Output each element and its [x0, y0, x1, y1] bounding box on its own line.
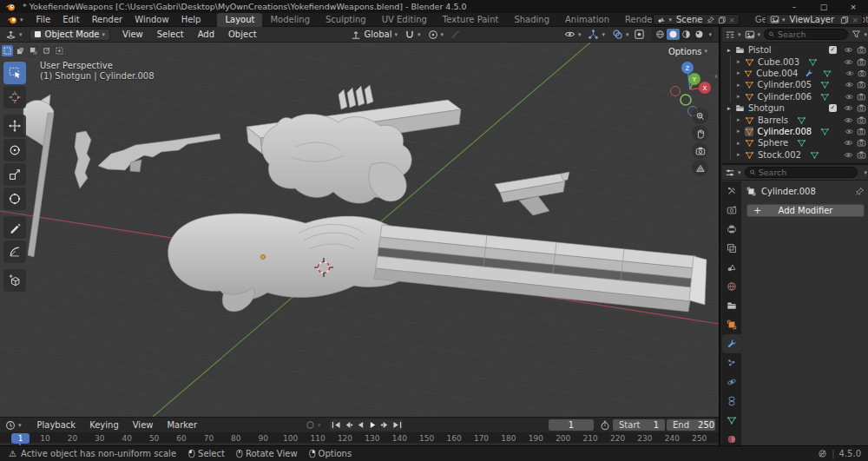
breadcrumb-object-name[interactable]: Cylinder.008 [761, 187, 816, 196]
tab-constraints[interactable] [722, 392, 741, 411]
snap-toggle[interactable]: ▾ [401, 27, 424, 43]
transform-orientation-dropdown[interactable]: Global ▾ [347, 27, 401, 43]
select-mode-extend[interactable] [15, 45, 26, 56]
current-frame-field[interactable]: 1 [549, 419, 594, 431]
outliner-item-label[interactable]: Shotgun [748, 103, 785, 113]
outliner-search-input[interactable] [778, 30, 845, 39]
disable-in-renders-camera-icon[interactable] [857, 92, 866, 102]
toggle-perspective-button[interactable] [692, 160, 708, 176]
timeline-menu-item[interactable]: View [126, 420, 161, 430]
outliner-item-label[interactable]: Barrels [758, 115, 788, 125]
hide-in-viewport-eye-icon[interactable] [844, 115, 853, 125]
viewport-menu-item[interactable]: Object [221, 30, 264, 39]
proportional-editing-toggle[interactable]: ▾ [424, 27, 448, 43]
disable-in-renders-camera-icon[interactable] [857, 138, 866, 148]
playhead[interactable]: 1 [11, 433, 30, 444]
shading-rendered-button[interactable] [693, 29, 706, 40]
transform-tool[interactable] [3, 188, 26, 210]
hide-in-viewport-eye-icon[interactable] [844, 150, 853, 160]
remove-view-layer-icon[interactable]: × [852, 16, 858, 24]
tab-scene[interactable] [722, 258, 741, 277]
shading-solid-button[interactable] [667, 29, 680, 40]
editor-outliner-icon[interactable] [725, 30, 735, 40]
collection-checkbox[interactable]: ✓ [829, 104, 837, 112]
select-box-tool[interactable] [3, 62, 26, 84]
chevron-down-icon[interactable]: ▾ [864, 169, 867, 176]
menu-item[interactable]: Render [86, 13, 129, 27]
measure-tool[interactable] [3, 240, 26, 263]
gizmos-toggle[interactable]: ▾ [584, 27, 608, 43]
editor-type-button[interactable]: ▾ [2, 418, 25, 433]
xray-toggle[interactable] [632, 27, 647, 43]
hide-in-viewport-eye-icon[interactable] [845, 127, 854, 136]
menu-item[interactable]: File [30, 13, 57, 27]
pin-icon[interactable] [855, 187, 865, 196]
disable-in-renders-camera-icon[interactable] [857, 115, 866, 125]
workspace-tab[interactable]: Shading [506, 13, 557, 27]
timeline-menu-item[interactable]: Marker [160, 420, 204, 430]
disable-in-renders-camera-icon[interactable] [858, 69, 866, 78]
scale-tool[interactable] [3, 163, 26, 186]
outliner-item-label[interactable]: Sphere [758, 138, 788, 148]
outliner-row[interactable]: ▸ Pistol ✓ [722, 44, 868, 56]
hide-in-viewport-eye-icon[interactable] [845, 69, 854, 78]
pan-hand-button[interactable] [692, 125, 708, 142]
tab-particles[interactable] [722, 353, 741, 372]
hide-in-viewport-eye-icon[interactable] [844, 138, 853, 148]
shading-wireframe-button[interactable] [654, 29, 667, 40]
prev-keyframe-button[interactable] [342, 419, 354, 431]
viewport-canvas[interactable]: User Perspective (1) Shotgun | Cylinder.… [0, 43, 719, 417]
tab-output[interactable] [722, 220, 741, 239]
tab-modifiers[interactable] [722, 334, 741, 353]
tab-world[interactable] [722, 277, 741, 296]
minimize-button[interactable]: – [779, 3, 809, 11]
tab-collection[interactable] [722, 296, 741, 315]
expand-caret-icon[interactable]: ▸ [737, 82, 745, 89]
next-keyframe-button[interactable] [378, 419, 391, 431]
navigation-gizmo[interactable]: Z Y X [653, 55, 719, 124]
expand-caret-icon[interactable]: ▸ [737, 58, 745, 65]
tab-tool[interactable] [722, 181, 741, 201]
camera-view-button[interactable] [692, 142, 708, 159]
outliner-item-label[interactable]: Cube.003 [758, 57, 799, 67]
outliner-row[interactable]: ▸ Cylinder.008 ✓ [722, 126, 868, 137]
timeline-menu-item[interactable]: Playback [30, 420, 83, 430]
viewport-menu-item[interactable]: View [115, 30, 150, 39]
outliner-row[interactable]: ▸ Barrels ✓ [722, 114, 868, 125]
disable-in-renders-camera-icon[interactable] [857, 80, 866, 89]
prev-frame-button[interactable] [354, 419, 366, 431]
play-button[interactable] [366, 419, 378, 431]
annotate-tool[interactable] [3, 216, 26, 239]
jump-to-end-button[interactable] [391, 419, 403, 431]
gizmo-axis-neg-y[interactable] [681, 95, 691, 105]
timeline-ruler[interactable]: 1020304050607080901001101201301401501601… [0, 432, 719, 446]
disable-in-renders-camera-icon[interactable] [857, 103, 866, 113]
select-mode-intersect[interactable] [54, 45, 65, 56]
sidebar-collapse-arrow[interactable]: ‹ [714, 71, 718, 81]
rotate-tool[interactable] [3, 139, 26, 161]
workspace-tab[interactable]: Animation [557, 13, 617, 27]
disable-in-renders-camera-icon[interactable] [857, 57, 866, 67]
editor-properties-icon[interactable] [725, 168, 735, 178]
auto-key-button[interactable]: ▾ [306, 420, 321, 430]
gizmo-axis-neg-x[interactable] [671, 87, 681, 96]
filter-funnel-icon[interactable] [852, 30, 861, 39]
scene-selector[interactable]: ▾ Scene × [653, 14, 740, 25]
tab-physics[interactable] [722, 372, 741, 392]
workspace-tab[interactable]: Layout [217, 13, 262, 27]
outliner-row[interactable]: ▸ Cylinder.006 ✓ [722, 91, 868, 102]
tab-object[interactable] [722, 315, 741, 334]
zoom-button[interactable] [692, 108, 708, 124]
expand-caret-icon[interactable]: ▸ [737, 69, 744, 76]
new-view-layer-icon[interactable] [840, 16, 849, 24]
expand-caret-icon[interactable]: ▸ [737, 140, 745, 147]
move-tool[interactable] [3, 115, 26, 137]
workspace-tab[interactable]: Sculpting [318, 13, 374, 27]
viewport-menu-item[interactable]: Add [191, 30, 221, 39]
outliner-row[interactable]: ▸ Stock.002 ✓ [722, 149, 868, 161]
properties-search[interactable] [745, 167, 858, 178]
tab-render[interactable] [722, 201, 741, 220]
workspace-tab[interactable]: Texture Paint [435, 13, 507, 27]
collection-checkbox[interactable]: ✓ [829, 46, 837, 54]
disable-in-renders-camera-icon[interactable] [857, 45, 866, 55]
